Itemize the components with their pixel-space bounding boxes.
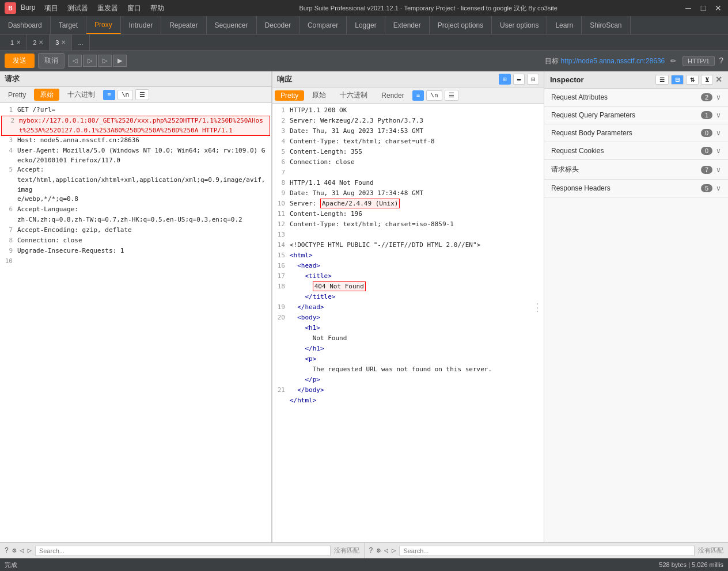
insp-section-req-attributes-header[interactable]: Request Attributes 2 ∨ xyxy=(544,89,728,106)
insp-icon-sort[interactable]: ⇅ xyxy=(686,75,699,85)
resp-view-split[interactable]: ⊞ xyxy=(499,74,511,85)
menu-tester[interactable]: 测试器 xyxy=(67,3,88,13)
req-icon-menu[interactable]: ☰ xyxy=(135,89,149,100)
req-tab-1[interactable]: 1 ✕ xyxy=(5,35,27,50)
req-tab-3[interactable]: 3 ✕ xyxy=(50,35,72,50)
nav-tab-logger[interactable]: Logger xyxy=(347,16,385,34)
inspector-header: Inspector ☰ ⊟ ⇅ ⊻ ✕ xyxy=(544,71,728,89)
maximize-button[interactable]: □ xyxy=(698,3,708,13)
menu-bar[interactable]: Burp 项目 测试器 重发器 窗口 帮助 xyxy=(21,3,164,13)
nav-tab-sequencer[interactable]: Sequencer xyxy=(207,16,257,34)
insp-section-body-params: Request Body Parameters 0 ∨ xyxy=(544,124,728,142)
arr-left[interactable]: ▷ xyxy=(83,55,97,67)
right-prev-icon[interactable]: ◁ xyxy=(384,546,388,555)
request-code-area[interactable]: 1 GET /?url= 2 mybox://127.0.0.1:80/_GET… xyxy=(0,103,271,542)
cancel-button[interactable]: 取消 xyxy=(38,53,65,68)
req-tab-more[interactable]: ... xyxy=(72,35,89,50)
response-code-area[interactable]: 1 HTTP/1.1 200 OK 2 Server: Werkzeug/2.2… xyxy=(272,104,544,542)
resp-line-21: 20 <body> xyxy=(272,313,544,323)
arr-left-outer[interactable]: ◁ xyxy=(68,55,82,67)
menu-burp[interactable]: Burp xyxy=(21,3,35,13)
insp-section-query-params-header[interactable]: Request Query Parameters 1 ∨ xyxy=(544,106,728,124)
nav-tab-decoder[interactable]: Decoder xyxy=(257,16,299,34)
right-help-icon[interactable]: ? xyxy=(369,547,373,555)
resp-line-4: 4 Content-Type: text/html; charset=utf-8 xyxy=(272,137,544,147)
resp-icon-list[interactable]: ≡ xyxy=(412,90,424,101)
response-panel-header: 响应 xyxy=(277,74,292,85)
inspector-close-button[interactable]: ✕ xyxy=(715,75,722,85)
send-button[interactable]: 发送 xyxy=(5,54,35,68)
resp-view-alt[interactable]: ⊟ xyxy=(527,74,539,85)
close-tab-1[interactable]: ✕ xyxy=(16,39,21,45)
help-icon[interactable]: ? xyxy=(719,56,723,65)
insp-icon-list[interactable]: ☰ xyxy=(655,75,669,85)
right-settings-icon[interactable]: ⚙ xyxy=(377,546,381,555)
nav-tab-intruder[interactable]: Intruder xyxy=(121,16,161,34)
nav-tab-repeater[interactable]: Repeater xyxy=(161,16,206,34)
resp-line-5: 5 Content-Length: 355 xyxy=(272,147,544,158)
req-tab-2[interactable]: 2 ✕ xyxy=(27,35,50,50)
app-icon: B xyxy=(5,2,16,14)
insp-icon-panel[interactable]: ⊟ xyxy=(671,75,684,85)
menu-help[interactable]: 帮助 xyxy=(150,3,164,13)
close-button[interactable]: ✕ xyxy=(713,3,723,13)
resp-line-22: <h1> xyxy=(272,323,544,334)
req-icon-newline[interactable]: \n xyxy=(117,90,133,100)
insp-req-attributes-chevron: ∨ xyxy=(716,93,721,101)
resp-line-28: 21 </body> xyxy=(272,386,544,396)
req-tab-pretty[interactable]: Pretty xyxy=(2,90,32,100)
menu-project[interactable]: 项目 xyxy=(44,3,58,13)
resp-line-25: <p> xyxy=(272,355,544,365)
left-prev-icon[interactable]: ◁ xyxy=(20,546,24,555)
menu-resender[interactable]: 重发器 xyxy=(97,3,118,13)
nav-tab-dashboard[interactable]: Dashboard xyxy=(0,16,51,34)
resp-icon-newline[interactable]: \n xyxy=(426,90,442,101)
window-controls[interactable]: ─ □ ✕ xyxy=(683,3,723,13)
resp-tab-pretty[interactable]: Pretty xyxy=(275,90,304,101)
minimize-button[interactable]: ─ xyxy=(683,3,693,13)
insp-section-cookies-header[interactable]: Request Cookies 0 ∨ xyxy=(544,142,728,159)
target-url[interactable]: http://node5.anna.nssctf.cn:28636 xyxy=(560,57,665,65)
nav-tab-extender[interactable]: Extender xyxy=(385,16,430,34)
nav-tab-comparer[interactable]: Comparer xyxy=(299,16,347,34)
title-bar: B Burp 项目 测试器 重发器 窗口 帮助 Burp Suite Profe… xyxy=(0,0,728,16)
left-help-icon[interactable]: ? xyxy=(5,547,9,555)
status-left: 完成 xyxy=(5,561,17,569)
arr-right-outer[interactable]: ▶ xyxy=(113,55,127,67)
insp-icon-filter[interactable]: ⊻ xyxy=(701,75,713,85)
close-tab-2[interactable]: ✕ xyxy=(39,39,43,45)
nav-tab-project-options[interactable]: Project options xyxy=(430,16,492,34)
req-tab-raw[interactable]: 原始 xyxy=(34,89,59,101)
req-icon-list[interactable]: ≡ xyxy=(103,90,115,100)
insp-section-req-headers-header[interactable]: 请求标头 7 ∨ xyxy=(544,160,728,179)
insp-body-params-count: 0 xyxy=(701,129,712,137)
left-settings-icon[interactable]: ⚙ xyxy=(12,546,16,555)
nav-tab-learn[interactable]: Learn xyxy=(547,16,582,34)
resp-tab-hex[interactable]: 十六进制 xyxy=(334,89,373,101)
insp-section-body-params-header[interactable]: Request Body Parameters 0 ∨ xyxy=(544,124,728,142)
right-next-icon[interactable]: ▷ xyxy=(392,546,396,555)
edit-icon[interactable]: ✏ xyxy=(670,57,676,65)
window-title: Burp Suite Professional v2021.12.1 - Tem… xyxy=(173,4,683,13)
resp-icon-menu[interactable]: ☰ xyxy=(445,90,458,101)
nav-tab-proxy[interactable]: Proxy xyxy=(86,16,121,34)
resp-tab-raw[interactable]: 原始 xyxy=(306,89,332,101)
arr-right[interactable]: ▷ xyxy=(98,55,112,67)
nav-tab-shiroscan[interactable]: ShiroScan xyxy=(582,16,630,34)
request-tab-bar: Pretty 原始 十六进制 ≡ \n ☰ xyxy=(0,87,271,103)
nav-tab-user-options[interactable]: User options xyxy=(492,16,547,34)
close-tab-3[interactable]: ✕ xyxy=(61,39,66,45)
resp-tab-render[interactable]: Render xyxy=(376,90,410,101)
left-next-icon[interactable]: ▷ xyxy=(28,546,32,555)
resp-line-24: </h1> xyxy=(272,344,544,355)
nav-tab-target[interactable]: Target xyxy=(51,16,86,34)
req-tab-hex[interactable]: 十六进制 xyxy=(62,89,101,101)
menu-window[interactable]: 窗口 xyxy=(127,3,141,13)
insp-section-resp-headers-header[interactable]: Response Headers 5 ∨ xyxy=(544,180,728,197)
req-line-7: 6 Accept-Language: xyxy=(0,205,271,215)
resp-line-13: 13 xyxy=(272,230,544,241)
right-search-input[interactable] xyxy=(399,546,695,556)
left-search-input[interactable] xyxy=(35,546,331,556)
resp-view-single[interactable]: ▬ xyxy=(513,74,525,85)
insp-req-headers-chevron: ∨ xyxy=(716,166,721,174)
